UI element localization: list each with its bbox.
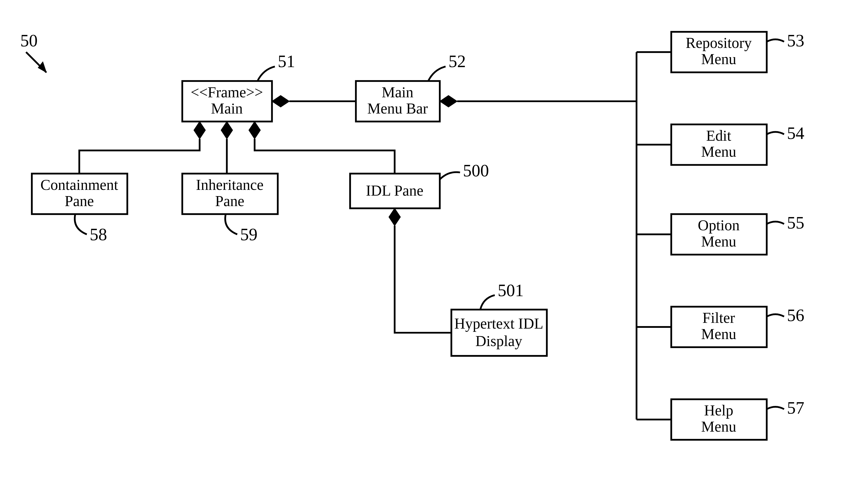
node-inheritance-pane: Inheritance Pane 59: [183, 174, 278, 244]
svg-text:Filter: Filter: [702, 309, 735, 326]
svg-text:Option: Option: [698, 217, 740, 234]
svg-text:Menu Bar: Menu Bar: [367, 100, 428, 117]
svg-text:Help: Help: [704, 402, 733, 419]
svg-text:58: 58: [90, 225, 107, 244]
svg-text:Pane: Pane: [65, 193, 94, 209]
svg-text:Menu: Menu: [701, 51, 736, 67]
svg-text:Menu: Menu: [701, 143, 736, 160]
svg-marker-1: [38, 62, 46, 72]
svg-marker-59: [389, 208, 400, 226]
svg-text:54: 54: [787, 123, 804, 143]
edge-main-menubar: [272, 96, 356, 107]
svg-marker-58: [249, 121, 260, 139]
svg-text:Edit: Edit: [706, 127, 731, 144]
node-repository-menu: Repository Menu 53: [671, 31, 804, 72]
edge-menubar-menus: [440, 52, 672, 420]
svg-text:IDL Pane: IDL Pane: [366, 182, 424, 199]
svg-marker-47: [440, 96, 457, 107]
node-hypertext-idl-display: Hypertext IDL Display 501: [451, 281, 547, 356]
svg-text:51: 51: [278, 52, 295, 71]
node-option-menu: Option Menu 55: [671, 213, 804, 255]
svg-text:Repository: Repository: [685, 34, 752, 51]
node-edit-menu: Edit Menu 54: [671, 123, 804, 165]
node-main: <<Frame>> Main 51: [183, 52, 295, 121]
node-filter-menu: Filter Menu 56: [671, 306, 804, 347]
svg-text:Containment: Containment: [40, 176, 118, 193]
svg-text:Menu: Menu: [701, 233, 736, 250]
svg-text:<<Frame>>: <<Frame>>: [191, 84, 263, 101]
svg-text:Main: Main: [382, 84, 413, 101]
svg-text:Menu: Menu: [701, 418, 736, 435]
node-idl-pane: IDL Pane 500: [350, 161, 489, 208]
edge-main-panes: [79, 121, 395, 174]
svg-text:Main: Main: [211, 100, 243, 117]
svg-marker-45: [272, 96, 290, 107]
svg-text:Inheritance: Inheritance: [196, 176, 263, 193]
diagram-canvas: 50 <<Frame>> Main 51 Main Menu Bar 52 Re…: [0, 0, 868, 495]
svg-marker-56: [221, 121, 232, 139]
figure-ref-text: 50: [20, 31, 38, 50]
svg-text:52: 52: [448, 52, 466, 71]
svg-text:59: 59: [240, 225, 258, 244]
figure-ref: 50: [20, 31, 46, 72]
node-menubar: Main Menu Bar 52: [356, 52, 466, 121]
node-help-menu: Help Menu 57: [671, 398, 804, 440]
svg-text:501: 501: [498, 281, 524, 300]
svg-text:57: 57: [787, 398, 804, 417]
svg-text:500: 500: [463, 161, 489, 180]
svg-text:Menu: Menu: [701, 326, 736, 342]
edge-idl-hypertext: [389, 208, 451, 333]
node-containment-pane: Containment Pane 58: [32, 174, 127, 244]
svg-text:53: 53: [787, 31, 804, 50]
svg-text:Display: Display: [475, 332, 522, 349]
svg-text:55: 55: [787, 213, 804, 232]
svg-text:Hypertext IDL: Hypertext IDL: [454, 315, 543, 332]
svg-marker-55: [194, 121, 205, 139]
svg-text:56: 56: [787, 306, 804, 325]
svg-text:Pane: Pane: [215, 193, 244, 209]
